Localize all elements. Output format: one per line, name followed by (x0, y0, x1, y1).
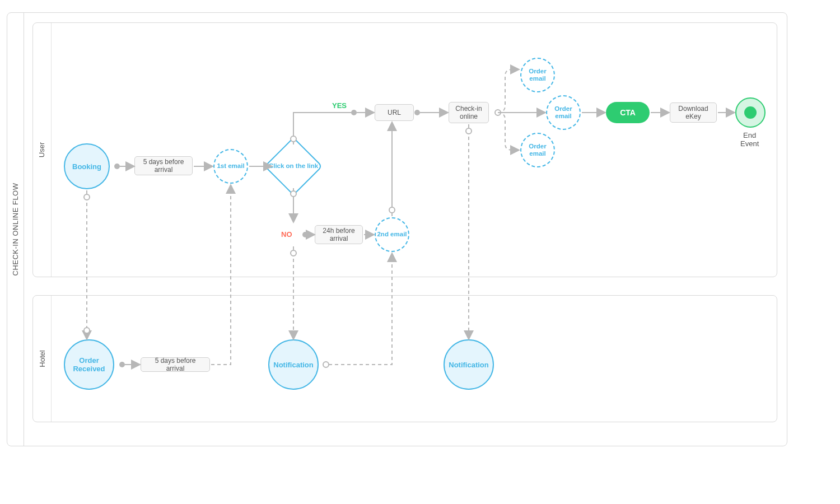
end-event-label: End Event (740, 132, 759, 148)
label-no: NO (281, 230, 292, 239)
lane-user-label: User (38, 142, 46, 157)
pool-title: CHECK-IN ONLINE FLOW (7, 13, 24, 446)
lane-hotel-title: Hotel (33, 296, 52, 422)
lane-hotel: Hotel (32, 295, 777, 422)
lane-hotel-label: Hotel (38, 350, 46, 367)
gateway-click-link: Click on the link (273, 146, 314, 187)
gateway-click-link-label: Click on the link (268, 162, 319, 170)
pool-title-label: CHECK-IN ONLINE FLOW (11, 183, 20, 276)
lane-user-title: User (33, 23, 52, 277)
label-yes: YES (332, 101, 347, 110)
lane-user: User (32, 22, 777, 277)
